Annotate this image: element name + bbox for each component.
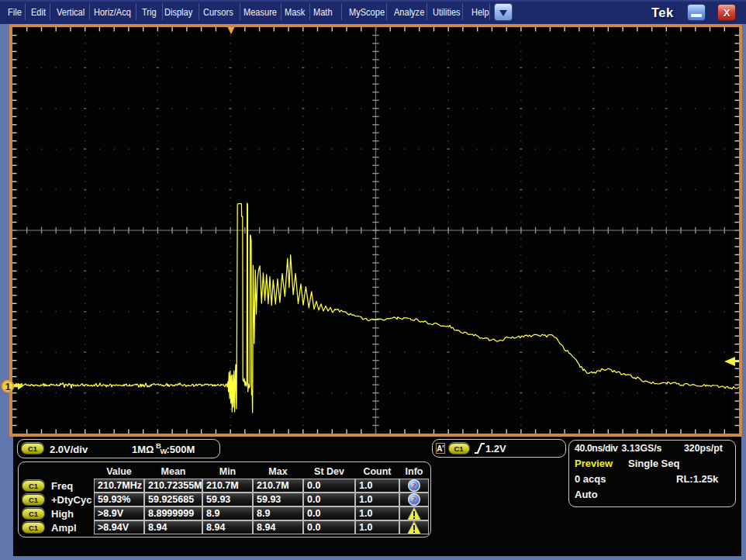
svg-text:1: 1 bbox=[5, 381, 10, 392]
svg-text:?: ? bbox=[412, 481, 416, 490]
svg-text:?: ? bbox=[412, 495, 416, 504]
